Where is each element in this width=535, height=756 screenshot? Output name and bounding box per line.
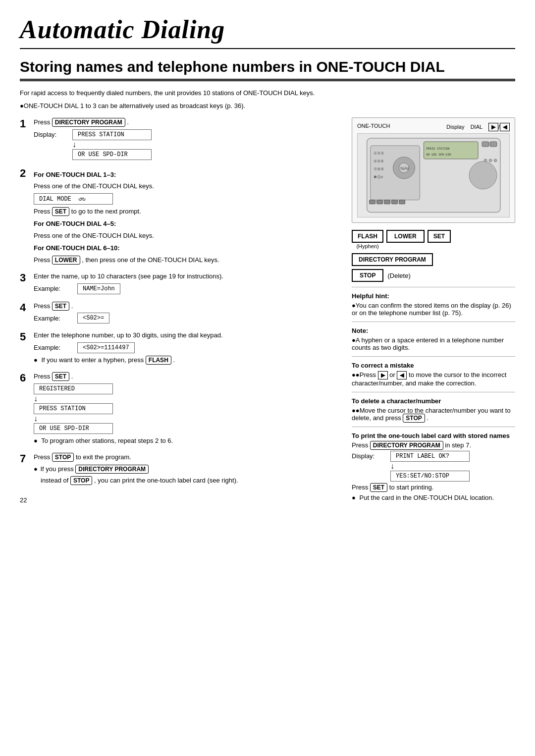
step-4-text: Press SET . xyxy=(34,301,337,311)
step-3: 3 Enter the name, up to 10 characters (s… xyxy=(20,271,337,296)
svg-rect-20 xyxy=(384,200,390,204)
step-6-arrow1: ↓ xyxy=(34,395,38,403)
svg-point-17 xyxy=(494,159,497,162)
step-2-dial-row: DIAL MODE ↺↻ xyxy=(34,193,337,205)
step-4-content: Press SET . Example: <S02>= xyxy=(34,301,337,326)
step-5-number: 5 xyxy=(20,330,34,343)
print-label-disp1: PRINT LABEL OK? xyxy=(390,451,470,462)
svg-rect-21 xyxy=(391,200,397,204)
flash-hw-button[interactable]: FLASH xyxy=(352,230,383,243)
step-1-display2: OR USE SPD-DIR xyxy=(72,149,152,160)
note-title: Note: xyxy=(352,327,515,334)
flash-button-step5[interactable]: FLASH xyxy=(146,356,171,365)
step-3-number: 3 xyxy=(20,271,34,284)
divider-4 xyxy=(352,392,515,392)
correct-mistake-text: ●●Press ▶ or ◀ to move the cursor to the… xyxy=(352,371,515,387)
svg-rect-1 xyxy=(424,142,478,159)
step-2-dial-display: DIAL MODE ↺↻ xyxy=(34,193,113,205)
step-7-number: 7 xyxy=(20,452,34,465)
step-2-content: For ONE-TOUCH DIAL 1–3: Press one of the… xyxy=(34,167,337,267)
helpful-hint-text: ●You can confirm the stored items on the… xyxy=(352,302,515,317)
step-1-display1: PRESS STATION xyxy=(72,129,152,140)
step-1-display-row: Display: PRESS STATION ↓ OR USE SPD-DIR xyxy=(34,129,337,160)
step-5-example-label: Example: xyxy=(34,344,73,351)
dir-prog-hw-button[interactable]: DIRECTORY PROGRAM xyxy=(352,253,433,266)
lower-button-step2[interactable]: LOWER xyxy=(52,256,80,265)
step-6-arrow2: ↓ xyxy=(34,415,38,423)
print-label-title: To print the one-touch label card with s… xyxy=(352,432,515,439)
step-4-example: Example: <S02>= xyxy=(34,313,337,324)
svg-text:PRESS STATION: PRESS STATION xyxy=(426,147,449,150)
step-1-display-stack: PRESS STATION ↓ OR USE SPD-DIR xyxy=(72,129,152,160)
svg-text:⑦⑧⑨: ⑦⑧⑨ xyxy=(373,167,383,171)
print-label-disp2: YES:SET/NO:STOP xyxy=(390,471,470,482)
right-arrow-correct[interactable]: ▶ xyxy=(378,371,388,379)
device-svg: PRESS STATION OR USE SPD-DIR ①②③ ④⑤⑥ ⑦⑧⑨… xyxy=(362,136,506,215)
left-arrow-correct[interactable]: ◀ xyxy=(397,371,407,379)
correct-mistake-section: To correct a mistake ●●Press ▶ or ◀ to m… xyxy=(352,362,515,387)
step-6-repeat-note: To program other stations, repeat steps … xyxy=(34,436,337,446)
step-5-flash-note: If you want to enter a hyphen, press FLA… xyxy=(34,355,337,365)
arrow-right-box[interactable]: ▶ xyxy=(488,123,498,131)
svg-point-15 xyxy=(484,159,487,162)
device-image: PRESS STATION OR USE SPD-DIR ①②③ ④⑤⑥ ⑦⑧⑨… xyxy=(357,133,510,217)
directory-program-button-1[interactable]: DIRECTORY PROGRAM xyxy=(52,118,125,127)
set-hw-button[interactable]: SET xyxy=(428,230,451,243)
stop-button-delete[interactable]: STOP xyxy=(403,414,425,423)
step-5-desc: Enter the telephone number, up to 30 dig… xyxy=(34,330,337,340)
step-2-set-prompt: Press SET to go to the next prompt. xyxy=(34,207,337,216)
set-button-step4[interactable]: SET xyxy=(52,302,69,311)
set-button-print[interactable]: SET xyxy=(370,483,387,492)
set-button-step6[interactable]: SET xyxy=(52,372,69,381)
helpful-hint-section: Helpful hint: ●You can confirm the store… xyxy=(352,292,515,317)
svg-text:NAV: NAV xyxy=(400,166,409,171)
hyphen-label: (Hyphen) xyxy=(356,243,378,249)
svg-text:①②③: ①②③ xyxy=(373,151,383,156)
one-touch-label: ONE-TOUCH xyxy=(357,123,390,131)
lower-hw-button[interactable]: LOWER xyxy=(386,230,425,243)
step-4-example-label: Example: xyxy=(34,315,73,322)
print-label-display-label: Display: xyxy=(352,452,386,460)
step-3-example: Example: NAME=John xyxy=(34,283,337,294)
directory-program-button-step7[interactable]: DIRECTORY PROGRAM xyxy=(75,465,149,474)
step-5-example-val: <S02>=1114497 xyxy=(77,342,135,353)
step-6-display3: OR USE SPD-DIR xyxy=(34,423,113,434)
step-6-number: 6 xyxy=(20,372,34,384)
note-text: ●A hyphen or a space entered in a teleph… xyxy=(352,336,515,351)
stop-hw-button[interactable]: STOP xyxy=(352,269,383,282)
stop-button-step7b[interactable]: STOP xyxy=(70,476,92,485)
svg-rect-18 xyxy=(369,200,375,204)
step-6-display-stack: REGISTERED ↓ PRESS STATION ↓ OR USE SPD-… xyxy=(34,383,113,434)
svg-point-12 xyxy=(469,162,497,189)
delete-char-section: To delete a character/number ●●Move the … xyxy=(352,397,515,422)
flash-btn-group: FLASH (Hyphen) xyxy=(352,230,383,249)
step-1: 1 Press DIRECTORY PROGRAM . Display: PRE… xyxy=(20,117,337,162)
main-layout: 1 Press DIRECTORY PROGRAM . Display: PRE… xyxy=(20,117,515,505)
print-label-section: To print the one-touch label card with s… xyxy=(352,432,515,503)
svg-text:④⑤⑥: ④⑤⑥ xyxy=(373,159,383,163)
stop-button-step7[interactable]: STOP xyxy=(52,453,74,462)
divider-5 xyxy=(352,427,515,427)
set-button-step2[interactable]: SET xyxy=(52,207,69,216)
step-2-number: 2 xyxy=(20,167,34,180)
right-column: ONE-TOUCH Display DIAL ▶/◀ PRESS STATION xyxy=(352,117,515,505)
diagram-labels-top: ONE-TOUCH Display DIAL ▶/◀ xyxy=(357,123,510,131)
step-6-text: Press SET . xyxy=(34,372,337,381)
print-label-set-line: Press SET to start printing. xyxy=(352,484,515,491)
step-2: 2 For ONE-TOUCH DIAL 1–3: Press one of t… xyxy=(20,167,337,267)
set-btn-group: SET xyxy=(428,230,451,243)
step-3-desc: Enter the name, up to 10 characters (see… xyxy=(34,271,337,281)
step-2-desc3: Press LOWER , then press one of the ONE-… xyxy=(34,255,337,265)
svg-rect-19 xyxy=(376,200,382,204)
svg-text:✱⓪#: ✱⓪# xyxy=(373,175,383,179)
print-label-arrow: ↓ xyxy=(390,462,394,470)
arrow-left-box[interactable]: ◀ xyxy=(500,123,510,131)
dir-prog-print-button[interactable]: DIRECTORY PROGRAM xyxy=(370,441,443,450)
intro-line2: ●ONE-TOUCH DIAL 1 to 3 can be alternativ… xyxy=(20,101,515,111)
step-7: 7 Press STOP to exit the program. ● If y… xyxy=(20,452,337,487)
step-6-display2: PRESS STATION xyxy=(34,403,113,414)
delete-label: (Delete) xyxy=(387,272,410,279)
step-2-title3: For ONE-TOUCH DIAL 6–10: xyxy=(34,243,337,253)
page-title: Automatic Dialing xyxy=(20,15,515,49)
page-number: 22 xyxy=(20,496,337,504)
